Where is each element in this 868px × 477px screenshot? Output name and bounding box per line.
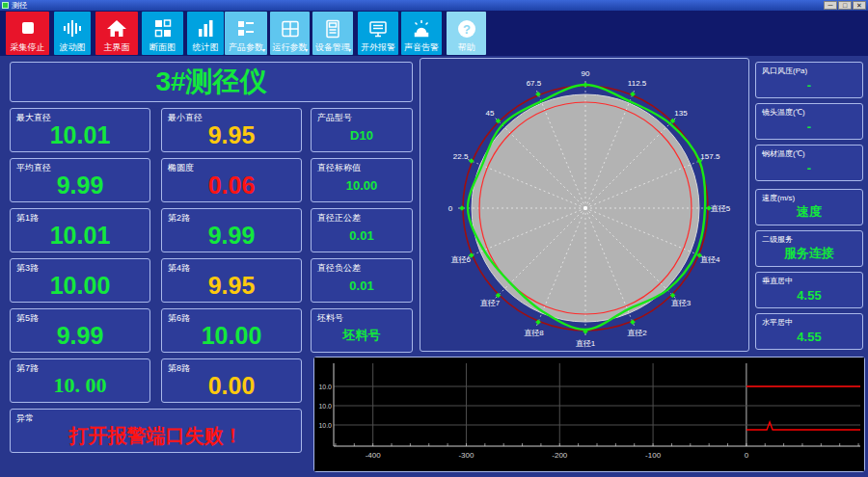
window-title: 测径	[12, 2, 823, 10]
svg-text:直径6: 直径6	[450, 255, 471, 264]
svg-text:45: 45	[486, 109, 495, 118]
cell-min-diameter: 最小直径 9.95	[161, 108, 302, 152]
svg-text:-300: -300	[458, 451, 475, 460]
close-button[interactable]: ✕	[853, 1, 866, 10]
svg-text:0: 0	[745, 451, 749, 460]
stop-icon	[17, 14, 39, 42]
panel-horizontal-centering: 水平居中 4.55	[755, 313, 863, 350]
svg-text:157.5: 157.5	[700, 152, 720, 161]
titlebar: 测径 ─ □ ✕	[0, 0, 868, 11]
device-manage-icon	[322, 14, 343, 42]
toolbar-button-statistics-chart[interactable]: 统计图	[187, 12, 224, 55]
svg-text:-200: -200	[552, 451, 568, 460]
svg-text:10.0: 10.0	[318, 422, 332, 429]
svg-text:直径7: 直径7	[480, 299, 501, 307]
svg-text:90: 90	[582, 69, 590, 78]
cell-channel-7: 第7路 10. 00	[10, 358, 150, 403]
chevron-down-icon: ▾	[262, 47, 265, 53]
svg-text:直径5: 直径5	[711, 204, 731, 213]
svg-text:67.5: 67.5	[527, 79, 542, 88]
cell-channel-5: 第5路 9.99	[10, 308, 150, 353]
svg-text:-400: -400	[366, 451, 382, 460]
cell-billet-number: 坯料号 坯料号	[311, 308, 413, 353]
run-params-icon	[280, 14, 301, 42]
panel-vertical-centering: 垂直居中 4.55	[755, 272, 863, 308]
panel-lens-temperature: 镜头温度(℃) -	[755, 103, 863, 140]
home-icon	[106, 14, 127, 42]
monitor-icon	[367, 14, 389, 42]
gauge-title: 3#测径仪	[155, 64, 266, 100]
cell-channel-8: 第8路 0.00	[161, 358, 302, 403]
svg-text:直径8: 直径8	[524, 329, 544, 337]
cross-section-chart: 022.54567.590112.5135157.5直径5直径4直径3直径2直径…	[420, 59, 748, 351]
toolbar-button-sound-alarm[interactable]: 声音告警	[401, 12, 442, 55]
barchart-icon	[195, 14, 216, 42]
toolbar-button-wave-chart[interactable]: 波动图	[54, 12, 91, 55]
cell-channel-3: 第3路 10.00	[10, 258, 150, 303]
toolbar-button-main-screen[interactable]: 主界面	[95, 12, 138, 55]
cell-max-diameter: 最大直径 10.01	[10, 108, 150, 152]
svg-text:直径4: 直径4	[700, 255, 720, 264]
cell-channel-1: 第1路 10.01	[10, 208, 150, 252]
svg-text:0: 0	[448, 204, 453, 213]
maximize-button[interactable]: □	[838, 1, 852, 10]
chevron-down-icon: ▾	[348, 47, 351, 53]
cell-avg-diameter: 平均直径 9.99	[10, 158, 150, 202]
svg-text:10.0: 10.0	[318, 384, 332, 390]
svg-text:-100: -100	[645, 451, 662, 460]
svg-text:135: 135	[674, 109, 688, 118]
toolbar-button-stop[interactable]: 采集停止	[6, 12, 49, 55]
toolbar-button-run-params[interactable]: 运行参数 ▾	[270, 12, 310, 55]
gauge-title-box: 3#测径仪	[10, 62, 413, 102]
svg-text:直径1: 直径1	[576, 339, 596, 348]
toolbar-button-external-alarm[interactable]: 开外报警	[358, 12, 398, 55]
app-icon	[2, 2, 9, 9]
svg-text:112.5: 112.5	[628, 79, 647, 88]
toolbar-button-product-params[interactable]: 产品参数 ▾	[225, 12, 267, 55]
help-icon: ?	[456, 14, 477, 42]
diameter-gauge-app: 测径 ─ □ ✕ 采集停止 波动图 主界面	[0, 0, 868, 477]
cell-channel-6: 第6路 10.00	[161, 308, 302, 353]
cell-exception: 异常 打开报警端口失败！	[10, 409, 302, 453]
cell-minus-tolerance: 直径负公差 0.01	[311, 258, 413, 303]
cross-section-chart-panel: 022.54567.590112.5135157.5直径5直径4直径3直径2直径…	[420, 58, 749, 352]
siren-icon	[411, 14, 432, 42]
cell-product-model: 产品型号 D10	[311, 108, 413, 152]
svg-text:?: ?	[463, 21, 471, 36]
cell-channel-4: 第4路 9.95	[161, 258, 302, 303]
svg-text:10.0: 10.0	[318, 403, 332, 410]
trend-chart-panel: -400-300-200-100010.010.010.0	[313, 357, 865, 472]
panel-steel-temperature: 钢材温度(℃) -	[755, 145, 863, 181]
panel-speed: 速度(m/s) 速度	[755, 189, 863, 225]
cell-channel-2: 第2路 9.99	[161, 208, 302, 252]
toolbar-button-device-manage[interactable]: 设备管理 ▾	[312, 12, 353, 55]
product-params-icon	[235, 14, 257, 42]
toolbar-button-section-chart[interactable]: 断面图	[142, 12, 183, 55]
section-icon	[152, 14, 174, 42]
panel-level2-service: 二级服务 服务连接	[755, 230, 863, 267]
toolbar-button-help[interactable]: ? 帮助	[447, 12, 486, 55]
svg-text:直径2: 直径2	[627, 329, 647, 337]
panel-air-pressure: 风口风压(Pa) -	[755, 62, 863, 98]
toolbar: 采集停止 波动图 主界面 断面图	[0, 11, 868, 56]
chevron-down-icon: ▾	[305, 47, 308, 53]
cell-plus-tolerance: 直径正公差 0.01	[311, 208, 413, 252]
svg-text:直径3: 直径3	[671, 299, 692, 307]
minimize-button[interactable]: ─	[824, 1, 837, 10]
cell-nominal-diameter: 直径标称值 10.00	[311, 158, 413, 202]
waveform-icon	[62, 14, 83, 42]
svg-text:22.5: 22.5	[453, 152, 469, 161]
trend-chart: -400-300-200-100010.010.010.0	[314, 358, 864, 471]
cell-ovality: 椭圆度 0.06	[161, 158, 302, 202]
